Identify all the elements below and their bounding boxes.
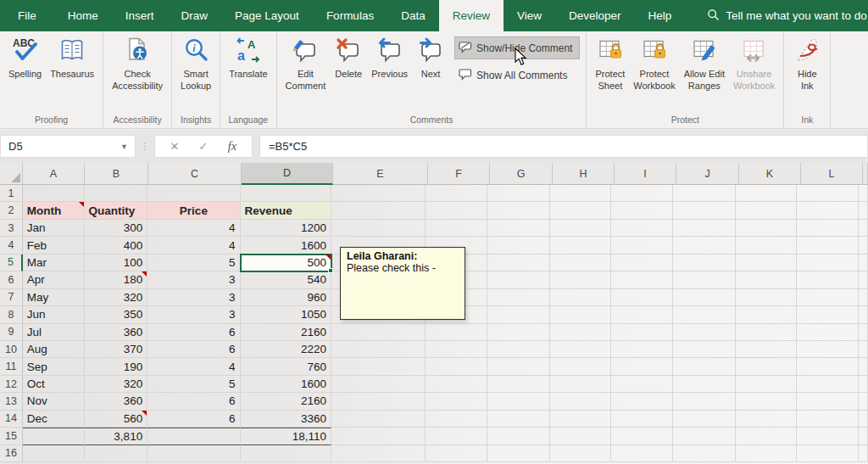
- column-header-C[interactable]: C: [148, 163, 242, 185]
- cell-F1[interactable]: [426, 185, 487, 202]
- cell-K16[interactable]: [736, 445, 798, 462]
- enter-icon[interactable]: ✓: [189, 140, 218, 153]
- cell-partial[interactable]: [859, 202, 868, 219]
- cell-D14[interactable]: 3360: [241, 411, 331, 428]
- cell-E15[interactable]: [331, 428, 426, 444]
- cell-C10[interactable]: 6: [147, 341, 240, 358]
- delete-comment-button[interactable]: Delete: [330, 34, 367, 82]
- cell-G4[interactable]: [487, 237, 550, 254]
- cell-partial[interactable]: [859, 445, 868, 462]
- cell-F10[interactable]: [426, 341, 487, 358]
- tab-draw[interactable]: Draw: [168, 0, 222, 31]
- name-box[interactable]: D5 ▼: [0, 135, 136, 158]
- insert-function-icon[interactable]: fx: [218, 139, 247, 154]
- cell-D12[interactable]: 1600: [241, 376, 331, 393]
- cell-H12[interactable]: [550, 376, 612, 393]
- cell-E9[interactable]: [331, 324, 426, 341]
- cell-partial[interactable]: [859, 341, 868, 358]
- cell-H10[interactable]: [550, 341, 612, 358]
- cell-J14[interactable]: [673, 411, 736, 428]
- cell-F2[interactable]: [426, 202, 487, 219]
- cell-I4[interactable]: [611, 237, 673, 254]
- cell-J2[interactable]: [673, 202, 736, 219]
- cell-I15[interactable]: [611, 428, 673, 444]
- cell-A9[interactable]: Jul: [23, 324, 85, 341]
- row-header-14[interactable]: 14: [0, 411, 23, 428]
- fill-handle[interactable]: [328, 268, 333, 273]
- cell-I1[interactable]: [611, 185, 673, 202]
- cell-B1[interactable]: [85, 185, 148, 202]
- cell-B10[interactable]: 370: [85, 341, 148, 358]
- cell-C11[interactable]: 4: [147, 358, 240, 375]
- tab-review[interactable]: Review: [439, 0, 504, 31]
- cell-J8[interactable]: [673, 306, 736, 323]
- column-header-B[interactable]: B: [85, 163, 148, 185]
- tab-developer[interactable]: Developer: [555, 0, 635, 31]
- cell-I6[interactable]: [611, 271, 673, 288]
- cell-C14[interactable]: 6: [147, 411, 240, 428]
- cell-F14[interactable]: [426, 411, 487, 428]
- cell-A12[interactable]: Oct: [23, 376, 85, 393]
- cell-A15[interactable]: [23, 428, 85, 444]
- cell-L14[interactable]: [797, 411, 859, 428]
- cell-I14[interactable]: [611, 411, 673, 428]
- show-all-comments-button[interactable]: Show All Comments: [454, 64, 580, 87]
- cell-A10[interactable]: Aug: [23, 341, 85, 358]
- allow-edit-ranges-button[interactable]: Allow EditRanges: [680, 34, 729, 93]
- cell-L9[interactable]: [797, 324, 859, 341]
- cell-H2[interactable]: [550, 202, 612, 219]
- hide-ink-button[interactable]: HideInk: [788, 34, 826, 93]
- cell-D6[interactable]: 540: [241, 271, 331, 288]
- row-header-2[interactable]: 2: [0, 202, 23, 219]
- cell-H9[interactable]: [550, 324, 612, 341]
- cell-L3[interactable]: [797, 220, 859, 237]
- cell-A16[interactable]: [23, 445, 85, 462]
- cell-I8[interactable]: [611, 306, 673, 323]
- cell-C3[interactable]: 4: [147, 220, 240, 237]
- cell-C5[interactable]: 5: [147, 254, 240, 271]
- column-header-F[interactable]: F: [428, 163, 490, 185]
- select-all-corner[interactable]: [0, 163, 23, 185]
- cell-partial[interactable]: [859, 376, 868, 393]
- cell-B15[interactable]: 3,810: [85, 428, 148, 444]
- cell-G10[interactable]: [487, 341, 550, 358]
- cell-G13[interactable]: [487, 393, 550, 410]
- cell-K15[interactable]: [736, 428, 798, 444]
- row-header-9[interactable]: 9: [0, 324, 23, 341]
- cell-J5[interactable]: [673, 254, 736, 271]
- tell-me-box[interactable]: Tell me what you want to do: [707, 0, 867, 31]
- cell-G12[interactable]: [487, 376, 550, 393]
- cell-C16[interactable]: [147, 445, 240, 462]
- cell-I3[interactable]: [611, 220, 673, 237]
- cell-H6[interactable]: [550, 271, 612, 288]
- cell-L8[interactable]: [797, 306, 859, 323]
- cell-I9[interactable]: [611, 324, 673, 341]
- cell-H5[interactable]: [550, 254, 612, 271]
- cell-C7[interactable]: 3: [147, 289, 240, 306]
- cell-K7[interactable]: [736, 289, 798, 306]
- cell-I11[interactable]: [611, 358, 673, 375]
- translate-button[interactable]: AaTranslate: [225, 34, 271, 82]
- row-header-10[interactable]: 10: [0, 341, 23, 358]
- column-header-H[interactable]: H: [553, 163, 615, 185]
- formula-input[interactable]: =B5*C5: [259, 135, 868, 158]
- cell-B5[interactable]: 100: [85, 254, 148, 271]
- cell-A7[interactable]: May: [23, 289, 85, 306]
- cell-E11[interactable]: [331, 358, 426, 375]
- cell-D2[interactable]: Revenue: [241, 202, 331, 219]
- cell-B12[interactable]: 320: [85, 376, 148, 393]
- cell-H11[interactable]: [550, 358, 612, 375]
- row-header-7[interactable]: 7: [0, 289, 23, 306]
- cell-I16[interactable]: [611, 445, 673, 462]
- cell-G16[interactable]: [487, 445, 550, 462]
- protect-workbook-button[interactable]: ProtectWorkbook: [629, 34, 679, 93]
- column-header-J[interactable]: J: [676, 163, 739, 185]
- cell-G2[interactable]: [487, 202, 550, 219]
- cell-C12[interactable]: 5: [147, 376, 240, 393]
- cell-K13[interactable]: [736, 393, 798, 410]
- cell-D13[interactable]: 2160: [241, 393, 331, 410]
- cell-F12[interactable]: [426, 376, 487, 393]
- smart-lookup-button[interactable]: iSmartLookup: [176, 34, 215, 93]
- cell-F16[interactable]: [426, 445, 487, 462]
- cell-D15[interactable]: 18,110: [241, 428, 331, 444]
